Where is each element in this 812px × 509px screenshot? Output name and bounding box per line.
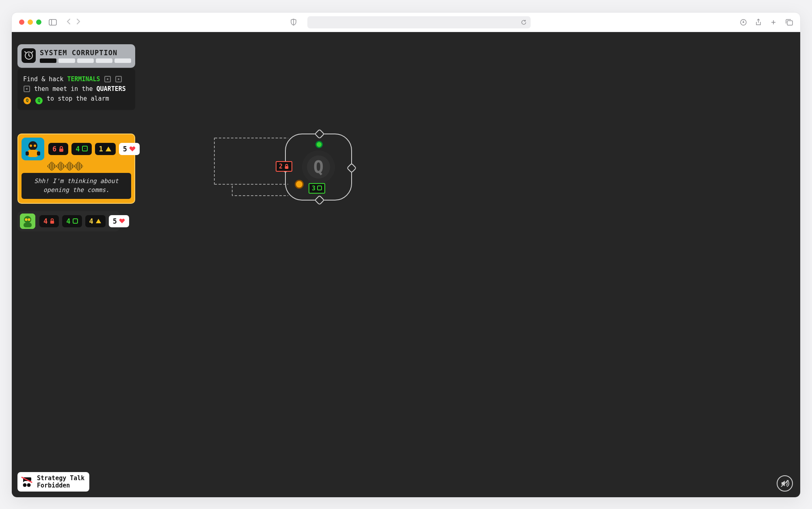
card-slot [47, 161, 56, 171]
svg-rect-11 [37, 151, 40, 155]
downloads-icon[interactable] [740, 19, 747, 26]
door-cpu-tag[interactable]: 3 [309, 183, 325, 194]
nav-arrows [67, 18, 80, 26]
stat-lock: 6 [48, 143, 68, 155]
share-icon[interactable] [756, 19, 761, 26]
corruption-seg [77, 58, 94, 63]
card-slots [48, 163, 131, 170]
stat-risk: 4 [85, 215, 106, 227]
svg-rect-10 [26, 151, 29, 155]
strategy-forbidden-icon [21, 476, 33, 488]
svg-point-19 [23, 483, 27, 487]
svg-rect-12 [59, 149, 63, 152]
mission-text: Find & hack TERMINALS then meet in the Q… [17, 69, 135, 110]
card-slot [56, 161, 65, 171]
maximize-window-icon[interactable] [36, 19, 41, 25]
cpu-icon [115, 76, 122, 82]
avatar [22, 138, 44, 160]
cpu-icon [82, 145, 88, 153]
warning-icon [105, 146, 112, 152]
new-tab-icon[interactable] [770, 19, 777, 26]
cpu-icon [73, 217, 78, 225]
close-window-icon[interactable] [19, 19, 24, 25]
back-button[interactable] [67, 18, 71, 26]
heart-icon [129, 146, 136, 152]
unexplored-region [232, 184, 288, 196]
strategy-line2: Forbidden [37, 482, 84, 489]
door-cpu-value: 3 [312, 185, 315, 192]
player-card-active[interactable]: 6 4 1 5 Shh! I'm thinking about opening … [17, 134, 135, 204]
lock-icon [58, 146, 64, 152]
room-connector [314, 195, 324, 205]
players-panel: 6 4 1 5 Shh! I'm thinking about opening … [17, 134, 135, 231]
cpu-icon [104, 76, 111, 82]
svg-point-7 [30, 145, 32, 147]
stat-hp: 5 [119, 143, 140, 155]
strategy-line1: Strategy Talk [37, 474, 84, 482]
card-slot [65, 161, 74, 171]
player-card-other[interactable]: 4 4 4 5 [17, 211, 120, 231]
svg-point-20 [27, 483, 31, 487]
mission-pre: Find & hack [23, 75, 67, 83]
svg-rect-18 [50, 221, 54, 224]
svg-rect-9 [27, 150, 39, 157]
room-label: Q [302, 151, 335, 183]
sidebar-toggle-icon[interactable] [49, 19, 57, 26]
svg-point-8 [34, 145, 36, 147]
stat-cpu: 4 [62, 215, 82, 227]
stat-hp: 5 [109, 215, 129, 227]
hud-panel: SYSTEM CORRUPTION Find & hack TERMINALS [17, 44, 135, 110]
stat-cpu: 4 [71, 143, 91, 155]
lock-icon [50, 218, 55, 224]
door-lock-value: 2 [279, 163, 283, 170]
svg-point-16 [28, 218, 30, 220]
minimize-window-icon[interactable] [28, 19, 33, 25]
door-lock-tag[interactable]: 2 [276, 161, 292, 172]
mission-mid: then meet in the [34, 85, 97, 93]
mission-keyword-quarters: QUARTERS [97, 85, 126, 93]
browser-window: SYSTEM CORRUPTION Find & hack TERMINALS [11, 12, 801, 498]
browser-toolbar [12, 13, 800, 32]
corruption-meter [40, 58, 131, 63]
cpu-icon [317, 185, 322, 192]
corruption-seg [96, 58, 112, 63]
svg-rect-23 [285, 166, 289, 169]
window-controls[interactable] [19, 19, 41, 25]
mission-keyword-terminals: TERMINALS [67, 75, 100, 83]
tabs-overview-icon[interactable] [786, 19, 793, 26]
corruption-seg [40, 58, 56, 63]
svg-rect-3 [787, 21, 793, 25]
strategy-talk-chip[interactable]: Strategy Talk Forbidden [17, 472, 89, 492]
heart-icon [119, 218, 125, 224]
corruption-seg [114, 58, 131, 63]
cpu-icon [24, 86, 30, 92]
stat-lock: 4 [39, 215, 59, 227]
speaker-muted-icon [780, 479, 789, 487]
system-title: SYSTEM CORRUPTION [40, 49, 131, 57]
reload-icon[interactable] [521, 19, 527, 25]
svg-rect-17 [24, 223, 32, 227]
quarters-token-orange: Q [24, 97, 31, 104]
lock-icon [284, 164, 289, 169]
corruption-seg [58, 58, 75, 63]
player-marker-green[interactable] [315, 141, 323, 148]
avatar [20, 214, 35, 229]
sound-toggle[interactable] [777, 475, 793, 492]
svg-point-15 [25, 218, 27, 220]
game-viewport: SYSTEM CORRUPTION Find & hack TERMINALS [12, 32, 800, 497]
card-slot [73, 161, 83, 171]
player-stats: 4 4 4 5 [39, 215, 129, 227]
mission-post: to stop the alarm [47, 95, 109, 102]
player-stats: 6 4 1 5 [48, 143, 140, 155]
warning-icon [95, 218, 102, 224]
svg-rect-0 [49, 19, 56, 25]
stat-risk: 1 [95, 143, 116, 155]
shield-icon[interactable] [290, 19, 297, 26]
system-corruption-card: SYSTEM CORRUPTION [17, 44, 135, 68]
forward-button[interactable] [76, 18, 80, 26]
url-bar[interactable] [307, 16, 531, 28]
player-marker-orange[interactable] [295, 180, 304, 189]
room-connector [314, 129, 324, 139]
room-connector [346, 163, 356, 173]
speech-bubble: Shh! I'm thinking about opening the comm… [22, 173, 131, 199]
